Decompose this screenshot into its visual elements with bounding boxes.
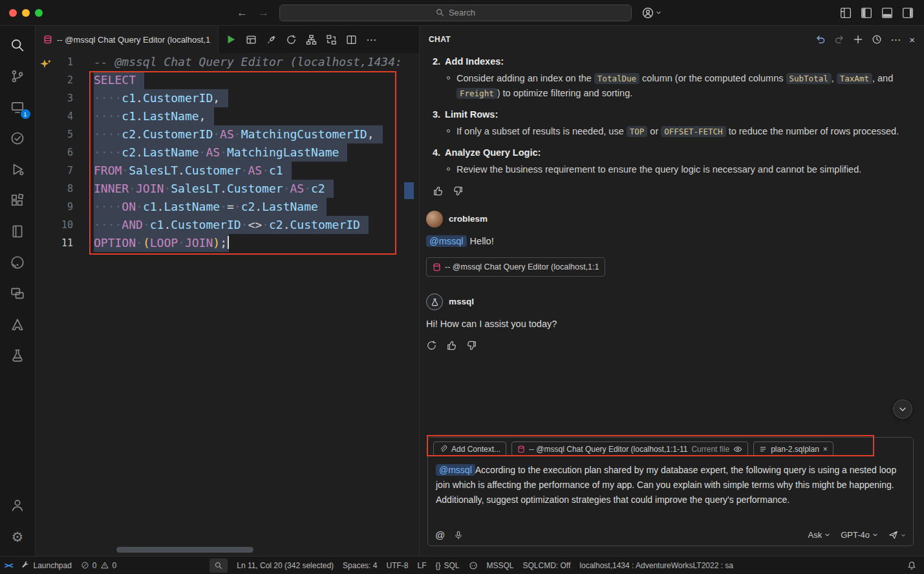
encoding-item[interactable]: UTF-8 <box>381 557 413 574</box>
split-editor-icon[interactable] <box>346 34 357 45</box>
attachment-chip[interactable]: -- @mssql Chat Query Editor (localhost,1… <box>426 257 605 277</box>
language-mode-item[interactable]: {} SQL <box>431 557 464 574</box>
add-context-button[interactable]: Add Context... <box>433 441 506 456</box>
chat-input-text[interactable]: According to the execution plan shared b… <box>436 465 896 505</box>
maximize-window-button[interactable] <box>35 9 43 17</box>
command-center-search[interactable]: Search <box>279 5 632 21</box>
redo-request-icon[interactable] <box>834 34 844 45</box>
sidebar-item-source-control[interactable] <box>0 61 36 92</box>
mention-picker-icon[interactable]: @ <box>435 529 445 540</box>
sidebar-item-azure[interactable] <box>0 309 36 340</box>
toggle-primary-sidebar-icon[interactable] <box>861 7 872 19</box>
navigate-back-button[interactable]: ← <box>237 6 248 19</box>
send-button[interactable] <box>888 530 906 540</box>
code-line[interactable]: INNER·JOIN·SalesLT.Customer·AS·c2 <box>94 180 419 198</box>
results-grid-icon[interactable] <box>246 34 257 45</box>
sidebar-item-remote-explorer[interactable]: 1 <box>0 92 36 123</box>
mention-chip[interactable]: @mssql <box>436 464 475 476</box>
line-number[interactable]: 7 <box>36 162 73 180</box>
editor-scrollbar-thumb[interactable] <box>404 182 414 199</box>
chat-input-message[interactable]: @mssqlAccording to the execution plan sh… <box>436 463 905 529</box>
connection-status-item[interactable]: localhost,1434 : AdventureWorksLT2022 : … <box>575 557 738 574</box>
line-number[interactable]: 5 <box>36 125 73 144</box>
schema-hierarchy-icon[interactable] <box>306 34 317 45</box>
code-line[interactable]: ····ON·c1.LastName·=·c2.LastName <box>94 198 419 216</box>
sidebar-item-search[interactable] <box>0 30 36 61</box>
chat-more-actions-icon[interactable]: ⋯ <box>890 34 901 46</box>
code-line[interactable]: ····c1.CustomerID, <box>94 89 419 107</box>
sqlcmd-status-item[interactable]: SQLCMD: Off <box>519 557 575 574</box>
line-number[interactable]: 11 <box>36 234 73 252</box>
mode-selector[interactable]: Ask <box>808 530 831 540</box>
microphone-icon[interactable] <box>454 531 463 540</box>
toggle-secondary-sidebar-icon[interactable] <box>902 7 914 19</box>
close-window-button[interactable] <box>9 9 17 17</box>
undo-request-icon[interactable] <box>815 34 826 45</box>
thumbs-down-icon[interactable] <box>466 340 477 351</box>
remote-indicator[interactable]: >< <box>0 557 17 574</box>
horizontal-scrollbar-thumb[interactable] <box>116 547 253 553</box>
sidebar-item-notebooks[interactable] <box>0 216 36 247</box>
toggle-panel-icon[interactable] <box>881 7 893 19</box>
mssql-status-item[interactable]: MSSQL <box>482 557 519 574</box>
estimated-plan-icon[interactable] <box>286 34 297 45</box>
code-line[interactable]: ····c2.CustomerID·AS·MatchingCustomerID, <box>94 125 419 144</box>
line-number[interactable]: 4 <box>36 107 73 125</box>
customize-layout-icon[interactable] <box>840 7 852 19</box>
zoom-status-item[interactable] <box>205 557 232 574</box>
line-number[interactable]: 6 <box>36 144 73 162</box>
new-chat-icon[interactable] <box>853 34 863 45</box>
disconnect-plug-icon[interactable] <box>266 34 277 45</box>
copilot-status-item[interactable] <box>464 557 482 574</box>
eye-icon[interactable] <box>733 445 742 454</box>
editor-tab[interactable]: -- @mssql Chat Query Editor (localhost,1 <box>36 26 219 53</box>
thumbs-up-icon[interactable] <box>433 186 444 197</box>
indentation-item[interactable]: Spaces: 4 <box>338 557 381 574</box>
line-number[interactable]: 8 <box>36 180 73 198</box>
sidebar-item-mssql[interactable] <box>0 340 36 371</box>
thumbs-down-icon[interactable] <box>453 186 464 197</box>
model-selector[interactable]: GPT-4o <box>841 530 878 540</box>
accounts-button[interactable] <box>0 490 36 521</box>
copilot-sparkle-icon[interactable] <box>39 58 52 71</box>
code-editor[interactable]: 1234567891011 -- @mssql Chat Query Edito… <box>36 53 419 556</box>
sidebar-item-testing[interactable] <box>0 123 36 154</box>
run-query-button[interactable] <box>225 34 237 45</box>
regenerate-icon[interactable] <box>426 340 437 351</box>
file-context-chip[interactable]: -- @mssql Chat Query Editor (localhost,1… <box>511 441 748 456</box>
line-number[interactable]: 3 <box>36 89 73 107</box>
eol-item[interactable]: LF <box>413 557 431 574</box>
schema-designer-icon[interactable] <box>326 34 337 45</box>
close-panel-icon[interactable]: × <box>909 34 915 45</box>
line-number[interactable]: 9 <box>36 198 73 216</box>
code-line[interactable]: -- @mssql Chat Query Editor (localhost,1… <box>94 53 419 71</box>
cursor-position-item[interactable]: Ln 11, Col 20 (342 selected) <box>232 557 338 574</box>
code-line[interactable]: ····c1.LastName, <box>94 107 419 125</box>
code-line[interactable]: SELECT <box>94 71 419 89</box>
sidebar-item-run-debug[interactable] <box>0 154 36 185</box>
sidebar-item-remote-targets[interactable] <box>0 278 36 309</box>
problems-status-item[interactable]: 0 0 <box>76 557 121 574</box>
navigate-forward-button[interactable]: → <box>258 6 269 19</box>
plan-context-chip[interactable]: plan-2.sqlplan × <box>753 441 833 456</box>
settings-button[interactable]: ⚙ <box>0 521 36 552</box>
remove-chip-icon[interactable]: × <box>823 445 828 454</box>
minimize-window-button[interactable] <box>22 9 30 17</box>
code-line[interactable]: OPTION·(LOOP·JOIN); <box>94 234 419 252</box>
code-line[interactable]: ····c2.LastName·AS·MatchingLastName <box>94 144 419 162</box>
mention-chip[interactable]: @mssql <box>426 235 467 247</box>
line-number[interactable]: 2 <box>36 71 73 89</box>
more-actions-icon[interactable]: ⋯ <box>366 34 377 46</box>
code-line[interactable]: FROM·SalesLT.Customer·AS·c1 <box>94 162 419 180</box>
launchpad-status-item[interactable]: Launchpad <box>17 557 76 574</box>
sidebar-item-extensions[interactable] <box>0 185 36 216</box>
thumbs-up-icon[interactable] <box>446 340 457 351</box>
sidebar-item-github[interactable] <box>0 247 36 278</box>
chat-input-container[interactable]: Add Context... -- @mssql Chat Query Edit… <box>427 437 914 546</box>
line-number[interactable]: 10 <box>36 216 73 234</box>
chat-history-icon[interactable] <box>872 34 882 45</box>
code-line[interactable]: ····AND·c1.CustomerID·<>·c2.CustomerID <box>94 216 419 234</box>
scroll-to-bottom-button[interactable] <box>893 399 912 419</box>
notifications-bell-icon[interactable] <box>903 557 924 574</box>
account-menu-button[interactable] <box>642 7 661 19</box>
